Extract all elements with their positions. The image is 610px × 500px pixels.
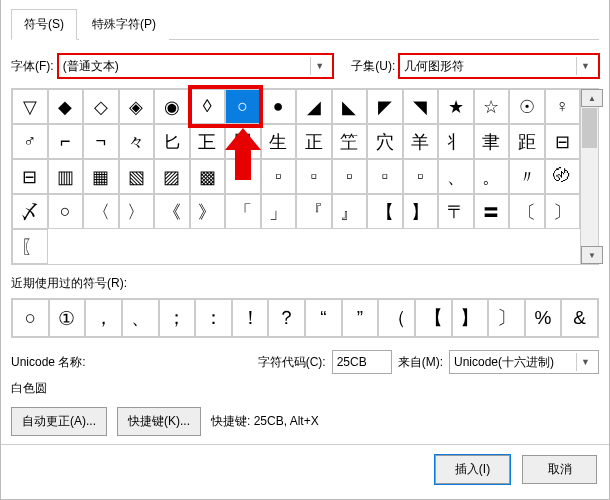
grid-cell[interactable]: ◇ [83, 89, 119, 124]
grid-cell[interactable]: ▩ [190, 159, 226, 194]
grid-cell[interactable]: ◊ [190, 89, 226, 124]
grid-cell[interactable]: ⊟ [545, 124, 581, 159]
grid-cell[interactable]: 生 [261, 124, 297, 159]
grid-cell[interactable]: ☆ [474, 89, 510, 124]
grid-cell[interactable]: 】 [403, 194, 439, 229]
grid-cell[interactable]: ★ [438, 89, 474, 124]
recent-cell[interactable]: ① [49, 299, 86, 337]
cancel-button[interactable]: 取消 [522, 455, 597, 484]
tab-special-chars[interactable]: 特殊字符(P) [79, 9, 169, 40]
grid-cell[interactable]: 〒 [438, 194, 474, 229]
grid-cell[interactable]: 距 [509, 124, 545, 159]
grid-cell[interactable]: 』 [332, 194, 368, 229]
scroll-track[interactable] [581, 149, 598, 246]
from-combo[interactable]: Unicode(十六进制) ▼ [449, 350, 599, 374]
grid-cell[interactable]: ◥ [403, 89, 439, 124]
scroll-thumb[interactable] [582, 108, 597, 148]
grid-cell[interactable]: ⊟ [12, 159, 48, 194]
grid-cell[interactable]: ♀ [545, 89, 581, 124]
grid-cell[interactable]: ○ [225, 89, 261, 124]
tab-symbols[interactable]: 符号(S) [11, 9, 77, 40]
grid-cell[interactable]: ▫ [225, 159, 261, 194]
grid-cell[interactable]: ▫ [296, 159, 332, 194]
grid-cell[interactable]: ▨ [154, 159, 190, 194]
grid-cell[interactable]: ○ [48, 194, 84, 229]
grid-cell[interactable]: 正 [296, 124, 332, 159]
grid-cell[interactable]: 〕 [545, 194, 581, 229]
char-code-input[interactable]: 25CB [332, 350, 392, 374]
grid-cell[interactable]: 穴 [367, 124, 403, 159]
grid-cell[interactable]: 匕 [154, 124, 190, 159]
recent-cell[interactable]: % [525, 299, 562, 337]
recent-cell[interactable]: ” [342, 299, 379, 337]
grid-cell[interactable]: ▫ [332, 159, 368, 194]
autocorrect-button[interactable]: 自动更正(A)... [11, 407, 107, 436]
grid-cell[interactable]: ▽ [12, 89, 48, 124]
grid-cell[interactable]: ● [261, 89, 297, 124]
grid-cell[interactable]: 〉 [119, 194, 155, 229]
recent-cell[interactable]: 、 [122, 299, 159, 337]
grid-cell[interactable]: ♂ [12, 124, 48, 159]
grid-cell[interactable]: 」 [261, 194, 297, 229]
recent-cell[interactable]: 】 [452, 299, 489, 337]
recent-cell[interactable]: ： [195, 299, 232, 337]
grid-cell[interactable]: ⌐ [48, 124, 84, 159]
grid-cell[interactable]: 〓 [474, 194, 510, 229]
recent-cell[interactable]: （ [378, 299, 415, 337]
recent-grid[interactable]: ○①，、；：！？“”（【】〕%& [11, 298, 599, 338]
recent-cell[interactable]: 【 [415, 299, 452, 337]
scrollbar[interactable]: ▲ ▼ [580, 89, 598, 264]
scroll-up-icon[interactable]: ▲ [581, 89, 603, 107]
grid-cell[interactable]: 》 [190, 194, 226, 229]
recent-cell[interactable]: ！ [232, 299, 269, 337]
grid-cell[interactable]: 㠪 [190, 124, 226, 159]
grid-cell[interactable]: 《 [154, 194, 190, 229]
grid-cell[interactable]: ▫ [367, 159, 403, 194]
recent-cell[interactable]: 〕 [488, 299, 525, 337]
grid-cell[interactable]: 【 [367, 194, 403, 229]
unicode-name-label: Unicode 名称: [11, 354, 86, 371]
recent-cell[interactable]: & [561, 299, 598, 337]
grid-cell[interactable]: 「 [225, 194, 261, 229]
recent-cell[interactable]: ？ [268, 299, 305, 337]
grid-cell[interactable]: ▥ [48, 159, 84, 194]
grid-cell[interactable]: 〖 [12, 229, 48, 264]
grid-cell[interactable]: 丬 [438, 124, 474, 159]
grid-cell[interactable]: 凹 [225, 124, 261, 159]
grid-cell[interactable]: 、 [438, 159, 474, 194]
grid-cell[interactable]: ◣ [332, 89, 368, 124]
subset-combo[interactable]: 几何图形符 ▼ [399, 54, 599, 78]
grid-cell[interactable]: 〄 [545, 159, 581, 194]
grid-cell[interactable]: 〃 [509, 159, 545, 194]
grid-cell[interactable]: 〈 [83, 194, 119, 229]
grid-cell[interactable]: 。 [474, 159, 510, 194]
grid-cell[interactable]: ◈ [119, 89, 155, 124]
grid-cell[interactable]: 〔 [509, 194, 545, 229]
grid-cell[interactable]: 羊 [403, 124, 439, 159]
grid-cell[interactable]: 〆 [12, 194, 48, 229]
recent-cell[interactable]: ； [159, 299, 196, 337]
recent-cell[interactable]: ○ [12, 299, 49, 337]
shortcut-key-button[interactable]: 快捷键(K)... [117, 407, 201, 436]
recent-cell[interactable]: “ [305, 299, 342, 337]
grid-cell[interactable]: 聿 [474, 124, 510, 159]
scroll-down-icon[interactable]: ▼ [581, 246, 603, 264]
recent-cell[interactable]: ， [85, 299, 122, 337]
grid-cell[interactable]: 笁 [332, 124, 368, 159]
character-grid[interactable]: ▽◆◇◈◉◊○●◢◣◤◥★☆☉♀♂⌐¬々匕㠪凹生正笁穴羊丬聿距⊟⊟▥▦▧▨▩▫▫… [12, 89, 580, 264]
grid-cell[interactable]: 々 [119, 124, 155, 159]
grid-cell[interactable]: ▫ [403, 159, 439, 194]
grid-cell[interactable]: 『 [296, 194, 332, 229]
insert-button[interactable]: 插入(I) [435, 455, 510, 484]
character-grid-wrap: ▽◆◇◈◉◊○●◢◣◤◥★☆☉♀♂⌐¬々匕㠪凹生正笁穴羊丬聿距⊟⊟▥▦▧▨▩▫▫… [11, 88, 599, 265]
font-combo[interactable]: (普通文本) ▼ [58, 54, 334, 78]
grid-cell[interactable]: ◆ [48, 89, 84, 124]
grid-cell[interactable]: ▧ [119, 159, 155, 194]
grid-cell[interactable]: ◢ [296, 89, 332, 124]
grid-cell[interactable]: ☉ [509, 89, 545, 124]
grid-cell[interactable]: ▫ [261, 159, 297, 194]
grid-cell[interactable]: ▦ [83, 159, 119, 194]
grid-cell[interactable]: ¬ [83, 124, 119, 159]
grid-cell[interactable]: ◤ [367, 89, 403, 124]
grid-cell[interactable]: ◉ [154, 89, 190, 124]
